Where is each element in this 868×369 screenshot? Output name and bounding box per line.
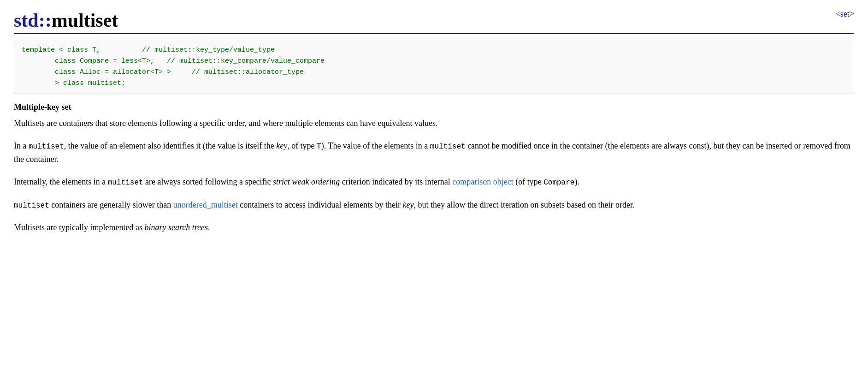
- p5-text-before: Multisets are typically implemented as: [14, 223, 144, 232]
- p2-text-mid1: , the value of an element also identifie…: [64, 141, 276, 150]
- p4-italic-key: key: [403, 200, 414, 209]
- p3-text-end: ).: [574, 177, 579, 186]
- paragraph-5: Multisets are typically implemented as b…: [14, 221, 854, 234]
- p3-type-compare: Compare: [543, 179, 574, 187]
- p5-italic-bst: binary search trees: [144, 223, 208, 232]
- p3-text-mid3: (of type: [514, 177, 543, 186]
- divider: [14, 33, 854, 34]
- p3-text-before: Internally, the elements in a: [14, 177, 108, 186]
- template-keyword: template: [22, 46, 55, 54]
- code-line2: class Compare = less<T>,: [22, 57, 154, 65]
- code-line1: < class T,: [55, 46, 100, 54]
- p2-inline-code-1: multiset: [29, 143, 64, 151]
- p4-text-mid2: containers to access individual elements…: [238, 200, 403, 209]
- template-code-block: template < class T, // multiset::key_typ…: [14, 40, 854, 94]
- paragraph-1: Multisets are containers that store elem…: [14, 117, 854, 130]
- p3-italic-ordering: strict weak ordering: [273, 177, 340, 186]
- p2-type-T: T: [317, 143, 321, 151]
- paragraph-2: In a multiset, the value of an element a…: [14, 139, 854, 166]
- code-comment-2: // multiset::key_compare/value_compare: [167, 57, 325, 65]
- p2-text-before: In a: [14, 141, 29, 150]
- p3-inline-code-1: multiset: [108, 179, 143, 187]
- p2-italic-key: key: [276, 141, 287, 150]
- paragraph-3: Internally, the elements in a multiset a…: [14, 175, 854, 189]
- code-line3: class Alloc = allocator<T> >: [22, 68, 171, 76]
- code-line4: > class multiset;: [22, 79, 125, 87]
- code-comment-3: // multiset::allocator_type: [192, 68, 304, 76]
- p2-inline-code-2: multiset: [430, 143, 466, 151]
- p2-text-mid2: , of type: [287, 141, 317, 150]
- p4-text-mid1: containers are generally slower than: [49, 200, 173, 209]
- page-title: std::multiset: [14, 9, 118, 31]
- section-heading: Multiple-key set: [14, 102, 854, 112]
- comparison-object-link[interactable]: comparison object: [452, 177, 513, 186]
- page-header: std::multiset <set>: [14, 9, 854, 31]
- p3-text-mid1: are always sorted following a specific: [143, 177, 273, 186]
- p4-text-end: , but they allow the direct iteration on…: [414, 200, 635, 209]
- paragraph-4: multiset containers are generally slower…: [14, 198, 854, 212]
- p4-inline-code-1: multiset: [14, 202, 49, 210]
- unordered-multiset-link[interactable]: unordered_multiset: [173, 200, 238, 209]
- code-comment-1: // multiset::key_type/value_type: [142, 46, 275, 54]
- p2-text-mid3: ). The value of the elements in a: [321, 141, 430, 150]
- namespace-label: std::: [14, 10, 52, 31]
- top-link[interactable]: <set>: [836, 9, 854, 19]
- p5-text-end: .: [208, 223, 210, 232]
- p3-text-mid2: criterion indicated by its internal: [340, 177, 452, 186]
